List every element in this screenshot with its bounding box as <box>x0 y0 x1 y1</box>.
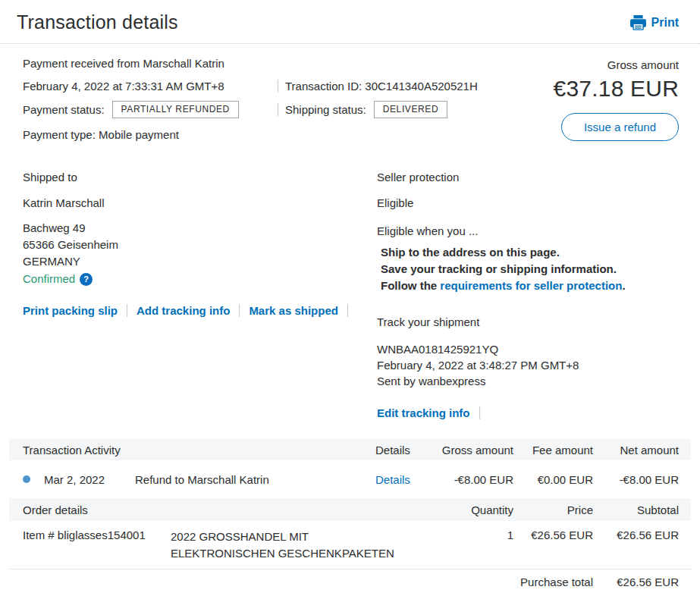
activity-status-dot-icon <box>23 475 30 483</box>
activity-row: Mar 2, 2022 Refund to Marschall Katrin D… <box>0 460 700 498</box>
payment-received-line: Payment received from Marschall Katrin <box>23 57 478 70</box>
order-header-row: Order details Quantity Price Subtotal <box>9 498 691 521</box>
condition-save: Save your tracking or shipping informati… <box>377 261 679 278</box>
tracking-number: WNBAA0181425921YQ <box>377 341 679 357</box>
activity-header-row: Transaction Activity Details Gross amoun… <box>9 439 691 460</box>
payment-status-label: Payment status: <box>23 103 105 116</box>
divider-pipe <box>347 304 348 317</box>
tracking-info: WNBAA0181425921YQ February 4, 2022 at 3:… <box>377 341 679 389</box>
printer-icon <box>630 15 646 30</box>
shipping-actions: Print packing slip Add tracking info Mar… <box>23 304 377 317</box>
payment-status-badge: PARTIALLY REFUNDED <box>112 101 239 118</box>
activity-details-link[interactable]: Details <box>375 473 428 486</box>
gross-amount-label: Gross amount <box>554 58 679 71</box>
activity-fee: €0.00 EUR <box>513 473 593 486</box>
seller-protection-title: Seller protection <box>377 171 679 184</box>
col-fee-amount: Fee amount <box>513 444 593 456</box>
payment-type-line: Payment type: Mobile payment <box>23 128 478 141</box>
divider-pipe <box>278 80 278 93</box>
divider-pipe <box>278 103 278 116</box>
conditions-intro: Eligible when you ... <box>377 224 679 237</box>
divider-pipe <box>239 304 240 317</box>
col-subtotal: Subtotal <box>593 503 679 516</box>
order-item-row: Item # bliglasses154001 2022 GROSSHANDEL… <box>0 521 700 569</box>
edit-tracking-info-link[interactable]: Edit tracking info <box>377 406 470 419</box>
shipped-to-title: Shipped to <box>23 171 377 184</box>
purchase-total-row: Purchase total €26.56 EUR <box>0 569 700 594</box>
activity-net: -€8.00 EUR <box>593 473 679 486</box>
col-quantity: Quantity <box>428 503 513 516</box>
activity-title: Transaction Activity <box>23 444 375 456</box>
seller-protection-status: Eligible <box>377 196 679 209</box>
item-price: €26.56 EUR <box>513 529 593 541</box>
print-button[interactable]: Print <box>630 15 679 30</box>
shipping-address: Bachweg 49 65366 Geisenheim GERMANY <box>23 220 377 270</box>
col-price: Price <box>513 503 593 516</box>
transaction-id-label: Transaction ID: <box>285 80 362 93</box>
col-gross-amount: Gross amount <box>428 444 513 456</box>
payment-date: February 4, 2022 at 7:33:31 AM GMT+8 <box>23 80 278 93</box>
condition-ship: Ship to the address on this page. <box>377 244 679 261</box>
item-number: Item # bliglasses154001 <box>23 529 171 541</box>
shipping-status-badge: DELIVERED <box>374 101 447 118</box>
activity-date: Mar 2, 2022 <box>44 473 135 486</box>
condition-follow-suffix: . <box>622 279 625 292</box>
order-title: Order details <box>23 503 428 516</box>
address-line-2: 65366 Geisenheim <box>23 237 377 253</box>
transaction-details-page: Transaction details Print Payment receiv… <box>0 0 700 596</box>
item-subtotal: €26.56 EUR <box>593 529 679 541</box>
payment-status-group: Payment status: PARTIALLY REFUNDED <box>23 101 278 118</box>
tracking-actions: Edit tracking info <box>377 406 679 419</box>
activity-row-left: Mar 2, 2022 Refund to Marschall Katrin <box>23 473 375 486</box>
mark-as-shipped-link[interactable]: Mark as shipped <box>249 304 338 317</box>
condition-follow-prefix: Follow the <box>381 279 440 292</box>
activity-gross: -€8.00 EUR <box>428 473 513 486</box>
transaction-id-value: 30C141340A520521H <box>365 80 477 93</box>
add-tracking-info-link[interactable]: Add tracking info <box>137 304 230 317</box>
seller-protection-requirements-link[interactable]: requirements for seller protection <box>440 279 622 292</box>
tracking-carrier: Sent by wanbexpress <box>377 373 679 389</box>
address-confirmed-row: Confirmed ? <box>23 271 377 287</box>
item-quantity: 1 <box>428 529 513 541</box>
status-line: Payment status: PARTIALLY REFUNDED Shipp… <box>23 101 478 118</box>
seller-protection-section: Seller protection Eligible Eligible when… <box>377 171 679 419</box>
shipped-to-section: Shipped to Katrin Marschall Bachweg 49 6… <box>23 171 377 419</box>
issue-refund-button[interactable]: Issue a refund <box>561 113 679 141</box>
payment-summary-left: Payment received from Marschall Katrin F… <box>23 57 478 149</box>
recipient-name: Katrin Marschall <box>23 196 377 209</box>
col-net-amount: Net amount <box>593 444 679 456</box>
print-packing-slip-link[interactable]: Print packing slip <box>23 304 118 317</box>
col-details: Details <box>375 444 428 456</box>
condition-follow: Follow the requirements for seller prote… <box>377 278 679 294</box>
divider-pipe <box>127 304 127 317</box>
payment-summary-right: Gross amount €37.18 EUR Issue a refund <box>554 57 679 149</box>
payment-summary: Payment received from Marschall Katrin F… <box>0 44 700 149</box>
tracking-date: February 4, 2022 at 3:48:27 PM GMT+8 <box>377 357 679 373</box>
activity-description: Refund to Marschall Katrin <box>135 473 269 486</box>
address-line-1: Bachweg 49 <box>23 220 377 237</box>
gross-amount-value: €37.18 EUR <box>554 76 679 102</box>
print-label: Print <box>651 16 679 30</box>
purchase-total-label: Purchase total <box>513 576 593 588</box>
page-title: Transaction details <box>17 11 178 33</box>
item-name: 2022 GROSSHANDEL MIT ELEKTRONISCHEN GESC… <box>171 529 428 562</box>
help-icon[interactable]: ? <box>80 273 93 286</box>
confirmed-status: Confirmed <box>23 271 75 287</box>
divider-pipe <box>479 406 480 419</box>
shipping-status-label: Shipping status: <box>285 103 366 116</box>
purchase-total-value: €26.56 EUR <box>593 576 679 588</box>
page-header: Transaction details Print <box>0 0 700 44</box>
date-transaction-line: February 4, 2022 at 7:33:31 AM GMT+8 Tra… <box>23 80 478 93</box>
track-shipment-title: Track your shipment <box>377 315 679 328</box>
address-line-3: GERMANY <box>23 253 377 270</box>
detail-columns: Shipped to Katrin Marschall Bachweg 49 6… <box>0 171 700 419</box>
